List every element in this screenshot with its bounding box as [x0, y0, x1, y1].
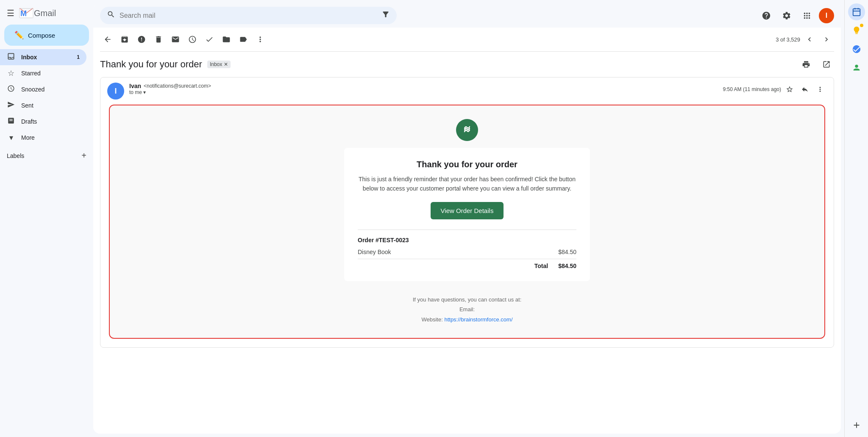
sidebar-item-more[interactable]: ▾ More	[0, 130, 86, 146]
svg-rect-3	[853, 9, 860, 16]
footer-website-label: Website:	[421, 316, 442, 323]
sender-info: Ivan <notifications@surecart.com> to me …	[129, 83, 723, 95]
order-section: Order #TEST-0023 Disney Book $84.50 Tota…	[358, 230, 576, 269]
labels-title: Labels	[7, 152, 24, 159]
sidebar-item-starred[interactable]: ☆ Starred	[0, 65, 86, 81]
back-button[interactable]	[100, 32, 115, 47]
gmail-logo-svg: M	[19, 8, 34, 19]
footer-email: Email:	[123, 304, 811, 314]
order-total-label: Total	[534, 263, 548, 269]
labels-add-button[interactable]: +	[81, 151, 86, 160]
main-content: I	[93, 3, 841, 434]
help-button[interactable]	[758, 7, 775, 24]
search-icon	[107, 10, 115, 21]
keep-badge-dot	[860, 24, 863, 27]
add-task-button[interactable]	[202, 32, 217, 47]
move-to-button[interactable]	[219, 32, 234, 47]
search-input[interactable]	[120, 12, 377, 19]
order-number: Order #TEST-0023	[358, 237, 576, 243]
order-item-price: $84.50	[558, 249, 576, 255]
inbox-badge-remove[interactable]: ✕	[224, 61, 228, 67]
more-chevron-icon: ▾	[7, 133, 15, 142]
filter-icon[interactable]	[381, 10, 390, 21]
google-keep-panel[interactable]	[848, 22, 865, 39]
sent-label: Sent	[21, 102, 33, 109]
inbox-badge-text: Inbox	[210, 61, 222, 67]
drafts-icon	[7, 117, 15, 127]
order-total-row: Total $84.50	[358, 259, 576, 269]
pagination-text: 3 of 3,529	[776, 36, 800, 43]
email-footer: If you have questions, you can contact u…	[123, 295, 811, 324]
view-order-details-button[interactable]: View Order Details	[431, 202, 504, 219]
email-view: 3 of 3,529 Thank you for your order Inbo…	[93, 28, 841, 434]
snoozed-label: Snoozed	[21, 86, 45, 93]
more-toolbar-button[interactable]	[253, 32, 268, 47]
sidebar-item-snoozed[interactable]: Snoozed	[0, 81, 86, 97]
email-logo-container	[123, 119, 811, 141]
sender-avatar: I	[107, 83, 124, 100]
google-tasks-panel[interactable]	[848, 41, 865, 58]
mark-unread-button[interactable]	[168, 32, 183, 47]
starred-label: Starred	[21, 70, 41, 77]
next-email-button[interactable]	[819, 32, 834, 47]
starred-icon: ☆	[7, 69, 15, 78]
apps-button[interactable]	[798, 7, 815, 24]
sidebar-item-inbox[interactable]: Inbox 1	[0, 49, 86, 65]
prev-email-button[interactable]	[802, 32, 817, 47]
pencil-icon: ✏️	[14, 30, 24, 40]
inbox-label: Inbox	[21, 54, 37, 61]
delete-button[interactable]	[151, 32, 166, 47]
sidebar-item-sent[interactable]: Sent	[0, 97, 86, 113]
email-header-right: 9:50 AM (11 minutes ago)	[723, 83, 827, 96]
star-button[interactable]	[783, 83, 796, 96]
print-button[interactable]	[798, 57, 814, 72]
add-panel-button[interactable]	[848, 417, 865, 434]
svg-point-7	[852, 45, 860, 53]
order-item-name: Disney Book	[358, 249, 391, 255]
email-subject-row: Thank you for your order Inbox ✕	[100, 53, 834, 74]
email-body-frame: Thank you for your order This is just a …	[109, 105, 825, 339]
inbox-tag-badge: Inbox ✕	[207, 61, 231, 68]
footer-email-label: Email:	[459, 306, 475, 313]
drafts-label: Drafts	[21, 118, 37, 125]
right-panels	[844, 0, 868, 437]
sidebar: ☰ M Gmail ✏️ Compose Inbox 1	[0, 0, 93, 437]
inbox-icon	[7, 52, 15, 63]
surecart-logo	[456, 119, 478, 141]
sent-icon	[7, 101, 15, 111]
topbar-right: I	[758, 7, 834, 24]
reply-button[interactable]	[798, 83, 812, 96]
sidebar-item-drafts[interactable]: Drafts	[0, 113, 86, 130]
sidebar-header: ☰ M Gmail	[0, 3, 93, 25]
email-header: I Ivan <notifications@surecart.com> to m…	[100, 77, 834, 105]
snooze-button[interactable]	[185, 32, 200, 47]
archive-button[interactable]	[117, 32, 132, 47]
google-contacts-panel[interactable]	[848, 59, 865, 76]
order-item-row: Disney Book $84.50	[358, 249, 576, 255]
labels-button[interactable]	[236, 32, 251, 47]
sender-email: <notifications@surecart.com>	[144, 83, 211, 89]
more-message-button[interactable]	[813, 83, 827, 96]
snoozed-icon	[7, 85, 15, 94]
footer-line1: If you have questions, you can contact u…	[123, 295, 811, 304]
google-calendar-panel[interactable]	[848, 3, 865, 20]
settings-button[interactable]	[778, 7, 795, 24]
search-box	[100, 7, 397, 24]
email-inner-card: Thank you for your order This is just a …	[344, 148, 590, 281]
surecart-logo-svg	[460, 123, 474, 137]
email-subject-title: Thank you for your order	[100, 59, 202, 70]
report-spam-button[interactable]	[134, 32, 149, 47]
gmail-text: Gmail	[34, 8, 56, 18]
compose-label: Compose	[28, 32, 55, 39]
labels-section: Labels +	[0, 146, 93, 162]
open-new-window-button[interactable]	[819, 57, 834, 72]
svg-point-2	[461, 124, 473, 136]
footer-website-link[interactable]: https://brainstormforce.com/	[444, 316, 512, 323]
email-message: I Ivan <notifications@surecart.com> to m…	[100, 77, 834, 348]
compose-button[interactable]: ✏️ Compose	[4, 25, 89, 46]
avatar[interactable]: I	[819, 8, 834, 23]
email-thank-you-heading: Thank you for your order	[358, 160, 576, 169]
sender-name: Ivan	[129, 83, 141, 89]
hamburger-icon[interactable]: ☰	[7, 8, 14, 18]
inbox-badge-count: 1	[77, 54, 80, 60]
